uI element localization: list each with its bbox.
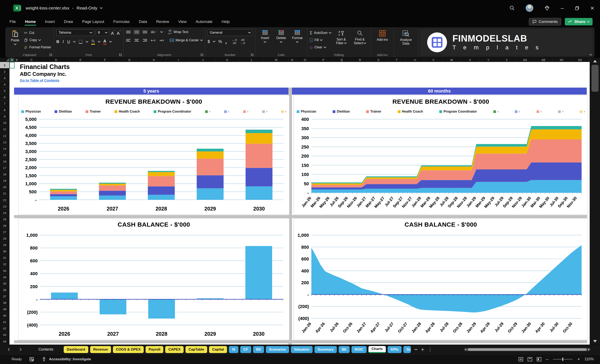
zoom-out-button[interactable]: – [546,356,548,362]
column-header-I[interactable]: I [166,58,191,62]
column-header-S[interactable]: S [369,58,388,62]
column-header-W[interactable]: W [443,58,461,62]
scroll-left-arrow[interactable] [465,349,466,350]
borders-icon[interactable] [79,40,83,44]
wrap-text-button[interactable]: abc↩Wrap Text [168,29,188,35]
sheet-tab-captable[interactable]: CapTable [186,346,207,353]
find-select-button[interactable]: Find &Select [351,29,368,52]
sheet-tab-capital[interactable]: Capital [209,346,227,353]
analyze-data-button[interactable]: AnalyzeData [396,29,415,52]
row-header-23[interactable]: 23 [0,203,9,210]
accessibility-icon[interactable] [42,357,47,362]
column-header-AD[interactable]: AD [571,58,590,62]
accessibility-status[interactable]: Accessibility: Investigate [49,357,91,361]
row-header-8[interactable]: 8 [0,107,9,113]
menu-tab-automate[interactable]: Automate [195,18,213,26]
chevron-down-icon[interactable] [100,6,103,9]
vertical-scrollbar[interactable] [590,58,600,345]
row-header-41[interactable]: 41 [0,319,9,325]
sort-filter-button[interactable]: AZ Sort &Filter [333,29,350,52]
more-sheets-button[interactable]: ••• [414,348,417,351]
fill-color-button[interactable] [91,39,95,45]
row-header-7[interactable]: 7 [0,100,9,107]
column-header-T[interactable]: T [388,58,406,62]
column-header-V[interactable]: V [424,58,443,62]
menu-tab-view[interactable]: View [178,18,187,26]
premium-diamond-icon[interactable] [544,5,550,11]
row-header-10[interactable]: 10 [0,120,9,126]
row-header-14[interactable]: 14 [0,146,9,152]
column-header-Q[interactable]: Q [333,58,351,62]
menu-tab-draw[interactable]: Draw [64,18,73,26]
autosum-button[interactable]: ΣAutoSum [310,30,331,36]
column-header-F[interactable]: F [93,58,117,62]
bold-button[interactable]: B [56,39,59,44]
increase-decimal-button[interactable]: .00→.0 [240,39,245,45]
restore-button[interactable] [575,6,580,10]
chart-cash-balance-60m[interactable]: CASH BALANCE - $'000 (400)(200)-20040060… [294,218,588,340]
row-header-44[interactable]: 44 [0,338,9,345]
menu-tab-home[interactable]: Home [25,18,36,26]
column-header-AA[interactable]: AA [516,58,534,62]
chevron-down-icon[interactable] [86,40,88,43]
comma-style-button[interactable]: , [225,38,227,45]
sheet-tab-contents[interactable]: Contents [35,346,56,353]
row-header-40[interactable]: 40 [0,313,9,319]
clear-button[interactable]: ◇Clear [310,45,331,50]
row-header-37[interactable]: 37 [0,293,9,300]
row-header-3[interactable]: 3 [0,75,9,81]
page-layout-view-button[interactable] [528,357,532,361]
row-header-35[interactable]: 35 [0,280,9,287]
row-header-12[interactable]: 12 [0,133,9,139]
zoom-slider-thumb[interactable] [562,358,563,361]
macro-record-icon[interactable] [29,357,34,362]
align-middle-button[interactable] [134,31,139,33]
row-header-27[interactable]: 27 [0,229,9,235]
sheet-tab-cf[interactable]: CF [240,346,251,353]
column-header-X[interactable]: X [461,58,479,62]
column-header-O[interactable]: O [296,58,314,62]
orientation-button[interactable]: ab⟋ [151,30,157,34]
select-all-corner[interactable] [0,58,9,62]
zoom-level[interactable]: 110% [584,357,594,361]
zoom-slider[interactable] [553,359,573,359]
format-painter-button[interactable]: Format Painter [24,45,51,50]
row-header-15[interactable]: 15 [0,152,9,158]
worksheet[interactable]: Financial Charts ABC Company Inc. Go to … [9,62,590,345]
row-header-16[interactable]: 16 [0,158,9,165]
row-header-26[interactable]: 26 [0,222,9,229]
row-header-11[interactable]: 11 [0,126,9,133]
sheet-tab-payroll[interactable]: Payroll [146,346,164,353]
column-header-A[interactable]: A [9,58,14,62]
row-header-28[interactable]: 28 [0,236,9,242]
column-header-B[interactable]: B [14,58,19,62]
menu-tab-insert[interactable]: Insert [45,18,55,26]
horizontal-scrollbar[interactable] [464,348,591,351]
row-header-32[interactable]: 32 [0,261,9,268]
close-button[interactable]: × [590,5,594,11]
row-header-9[interactable]: 9 [0,113,9,120]
sheet-tab-dashboard[interactable]: Dashboard [64,346,88,353]
column-header-N[interactable]: N [288,58,296,62]
comments-button[interactable]: Comments [529,18,561,25]
column-header-J[interactable]: J [191,58,215,62]
number-dialog-launcher[interactable] [251,54,253,56]
row-header-29[interactable]: 29 [0,242,9,248]
column-header-K[interactable]: K [215,58,239,62]
new-sheet-button[interactable]: + [421,346,424,353]
readonly-label[interactable]: Read-Only [76,6,97,10]
row-header-34[interactable]: 34 [0,274,9,280]
format-cells-button[interactable]: Format [290,29,305,52]
addins-button[interactable]: Add-ins [373,29,391,52]
row-header-18[interactable]: 18 [0,171,9,178]
column-header-E[interactable]: E [68,58,93,62]
column-header-M[interactable]: M [264,58,288,62]
sheet-tab-be[interactable]: BE [339,346,350,353]
align-center-button[interactable] [134,39,139,42]
sheet-tab-cogs-opex[interactable]: COGS & OPEX [113,346,144,353]
row-header-30[interactable]: 30 [0,248,9,255]
row-header-17[interactable]: 17 [0,165,9,171]
font-dialog-launcher[interactable] [119,54,122,56]
row-header-4[interactable]: 4 [0,81,9,88]
delete-cells-button[interactable]: Delete [274,29,288,52]
